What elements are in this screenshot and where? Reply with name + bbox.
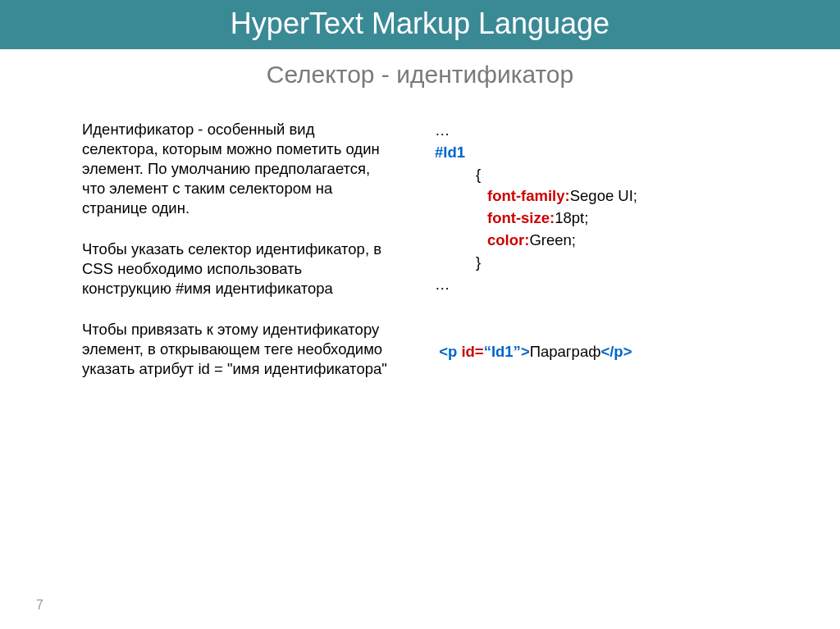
- paragraph-3: Чтобы привязать к этому идентификатору э…: [82, 320, 394, 379]
- ellipsis-bottom: …: [435, 276, 450, 293]
- paragraph-1: Идентификатор - особенный вид селектора,…: [82, 120, 394, 218]
- page-number: 7: [36, 598, 43, 613]
- css-declaration-3: color:Green;: [435, 230, 774, 252]
- brace-open: {: [435, 166, 481, 183]
- css-val-2: 18pt;: [555, 209, 588, 226]
- html-attr-value: “Id1”: [484, 343, 521, 360]
- css-val-3: Green;: [529, 231, 576, 248]
- css-val-1: Segoe UI;: [570, 187, 637, 204]
- html-text-content: Параграф: [530, 343, 601, 360]
- css-code-block: … #Id1 { font-family:Segoe UI; font-size…: [435, 120, 774, 296]
- css-declaration-2: font-size:18pt;: [435, 207, 774, 230]
- html-attr-name: id=: [461, 343, 483, 360]
- css-declaration-1: font-family:Segoe UI;: [435, 185, 774, 207]
- slide-header: HyperText Markup Language: [0, 0, 840, 49]
- paragraph-2: Чтобы указать селектор идентификатор, в …: [82, 239, 394, 299]
- slide-subtitle: Селектор - идентификатор: [0, 61, 840, 89]
- html-code-line: <p id=“Id1”>Параграф</p>: [435, 341, 774, 363]
- css-prop-2: font-size:: [487, 209, 555, 226]
- brace-close: }: [435, 253, 481, 271]
- html-close-tag: </p>: [600, 343, 632, 360]
- ellipsis-top: …: [435, 121, 450, 139]
- slide-title: HyperText Markup Language: [231, 7, 609, 40]
- html-open-tag: <p: [439, 343, 461, 360]
- css-prop-1: font-family:: [487, 187, 570, 204]
- slide-content: Идентификатор - особенный вид селектора,…: [0, 120, 840, 401]
- description-column: Идентификатор - особенный вид селектора,…: [82, 120, 410, 401]
- css-selector: #Id1: [435, 144, 465, 161]
- css-prop-3: color:: [487, 231, 529, 248]
- code-column: … #Id1 { font-family:Segoe UI; font-size…: [410, 120, 774, 401]
- html-open-end: >: [521, 343, 530, 360]
